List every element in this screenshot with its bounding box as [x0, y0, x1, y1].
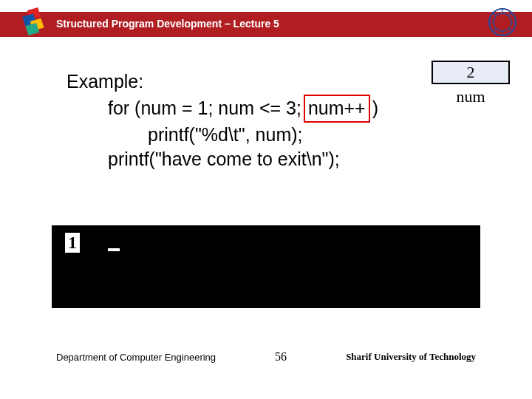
code-line-3: printf("%d\t", num); [148, 123, 378, 148]
svg-line-12 [509, 13, 512, 16]
puzzle-logo-icon [19, 6, 50, 37]
department-label: Department of Computer Engineering [56, 352, 216, 363]
page-number: 56 [275, 350, 287, 364]
footer: Department of Computer Engineering 56 Sh… [0, 350, 532, 364]
variable-name-label: num [432, 87, 510, 106]
lecture-title: Structured Program Development – Lecture… [56, 18, 279, 30]
svg-line-11 [509, 29, 512, 32]
university-seal-icon [488, 7, 517, 37]
code-line-2: for (num = 1; num <= 3; num++ ) [108, 95, 378, 123]
svg-point-5 [494, 13, 511, 31]
code-line-1: Example: [66, 69, 378, 95]
variable-value: 2 [467, 63, 475, 82]
terminal-value-1: 1 [65, 233, 80, 253]
highlight-box: num++ [304, 95, 370, 123]
university-label: Sharif University of Technology [346, 351, 476, 363]
terminal-output: 1 [52, 225, 480, 308]
code-example: Example: for (num = 1; num <= 3; num++ )… [66, 69, 378, 172]
terminal-row: 1 [65, 233, 120, 253]
variable-value-box: 2 [432, 61, 510, 84]
svg-line-13 [493, 29, 496, 32]
code-line-4: printf("have come to exit\n"); [108, 147, 378, 172]
terminal-cursor [108, 248, 120, 251]
header-bar: Structured Program Development – Lecture… [0, 12, 532, 35]
svg-line-10 [493, 13, 496, 16]
header-underline [0, 35, 532, 37]
